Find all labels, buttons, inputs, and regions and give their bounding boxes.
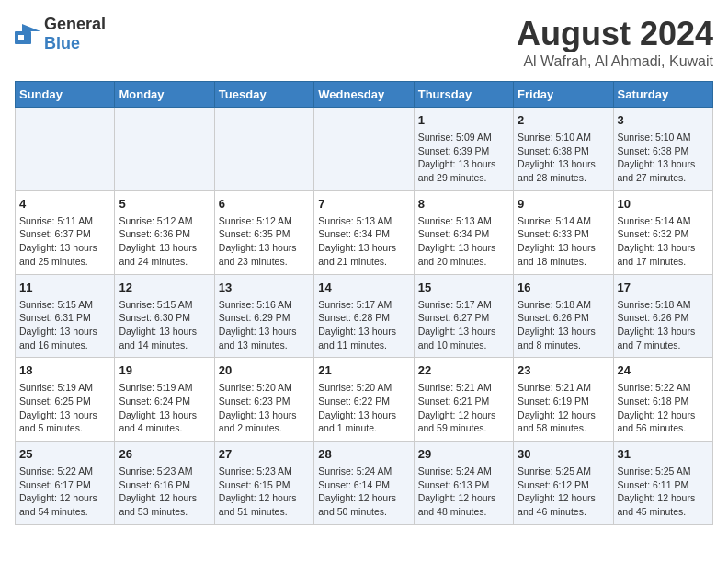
calendar-cell: 30Sunrise: 5:25 AM Sunset: 6:12 PM Dayli… xyxy=(514,442,613,525)
calendar-cell: 14Sunrise: 5:17 AM Sunset: 6:28 PM Dayli… xyxy=(314,274,414,358)
day-number: 25 xyxy=(19,447,110,461)
day-content: Sunrise: 5:19 AM Sunset: 6:24 PM Dayligh… xyxy=(119,381,210,435)
day-header-sunday: Sunday xyxy=(16,82,115,108)
calendar-cell: 27Sunrise: 5:23 AM Sunset: 6:15 PM Dayli… xyxy=(214,442,313,525)
day-content: Sunrise: 5:10 AM Sunset: 6:38 PM Dayligh… xyxy=(618,131,709,185)
day-header-monday: Monday xyxy=(115,82,214,108)
day-number: 19 xyxy=(119,363,210,377)
main-title: August 2024 xyxy=(517,15,713,53)
calendar-cell: 22Sunrise: 5:21 AM Sunset: 6:21 PM Dayli… xyxy=(414,358,513,442)
calendar-cell: 26Sunrise: 5:23 AM Sunset: 6:16 PM Dayli… xyxy=(115,442,214,525)
day-number: 6 xyxy=(219,197,310,211)
calendar-cell: 13Sunrise: 5:16 AM Sunset: 6:29 PM Dayli… xyxy=(214,274,313,358)
calendar-week-4: 18Sunrise: 5:19 AM Sunset: 6:25 PM Dayli… xyxy=(16,358,713,442)
calendar-cell: 18Sunrise: 5:19 AM Sunset: 6:25 PM Dayli… xyxy=(16,358,115,442)
calendar-cell: 10Sunrise: 5:14 AM Sunset: 6:32 PM Dayli… xyxy=(613,190,712,274)
day-content: Sunrise: 5:23 AM Sunset: 6:16 PM Dayligh… xyxy=(119,465,210,519)
day-content: Sunrise: 5:20 AM Sunset: 6:23 PM Dayligh… xyxy=(219,381,310,435)
calendar-cell xyxy=(115,108,214,191)
logo-general: General xyxy=(44,15,106,33)
day-content: Sunrise: 5:17 AM Sunset: 6:27 PM Dayligh… xyxy=(418,298,509,352)
day-content: Sunrise: 5:16 AM Sunset: 6:29 PM Dayligh… xyxy=(219,298,310,352)
calendar-cell: 28Sunrise: 5:24 AM Sunset: 6:14 PM Dayli… xyxy=(314,442,414,525)
calendar-cell: 20Sunrise: 5:20 AM Sunset: 6:23 PM Dayli… xyxy=(214,358,313,442)
calendar-cell: 9Sunrise: 5:14 AM Sunset: 6:33 PM Daylig… xyxy=(514,190,613,274)
day-number: 12 xyxy=(119,281,210,294)
day-number: 7 xyxy=(318,197,409,211)
logo: General Blue xyxy=(15,15,106,53)
logo-icon xyxy=(15,24,40,44)
day-content: Sunrise: 5:14 AM Sunset: 6:32 PM Dayligh… xyxy=(618,214,709,269)
calendar-cell xyxy=(214,108,313,191)
day-content: Sunrise: 5:12 AM Sunset: 6:36 PM Dayligh… xyxy=(119,214,210,269)
calendar-cell: 6Sunrise: 5:12 AM Sunset: 6:35 PM Daylig… xyxy=(214,190,313,274)
calendar-cell: 5Sunrise: 5:12 AM Sunset: 6:36 PM Daylig… xyxy=(115,190,214,274)
day-number: 28 xyxy=(318,447,409,461)
calendar-cell: 11Sunrise: 5:15 AM Sunset: 6:31 PM Dayli… xyxy=(16,274,115,358)
day-content: Sunrise: 5:22 AM Sunset: 6:17 PM Dayligh… xyxy=(19,465,110,519)
calendar-cell: 15Sunrise: 5:17 AM Sunset: 6:27 PM Dayli… xyxy=(414,274,513,358)
logo-blue: Blue xyxy=(44,34,80,52)
day-content: Sunrise: 5:14 AM Sunset: 6:33 PM Dayligh… xyxy=(518,214,609,269)
day-content: Sunrise: 5:19 AM Sunset: 6:25 PM Dayligh… xyxy=(19,381,110,435)
day-content: Sunrise: 5:18 AM Sunset: 6:26 PM Dayligh… xyxy=(618,298,709,352)
day-content: Sunrise: 5:15 AM Sunset: 6:31 PM Dayligh… xyxy=(19,298,110,352)
day-number: 15 xyxy=(418,281,509,294)
day-number: 26 xyxy=(119,447,210,461)
day-header-wednesday: Wednesday xyxy=(314,82,414,108)
day-number: 9 xyxy=(518,197,609,211)
calendar-cell: 12Sunrise: 5:15 AM Sunset: 6:30 PM Dayli… xyxy=(115,274,214,358)
day-content: Sunrise: 5:10 AM Sunset: 6:38 PM Dayligh… xyxy=(518,131,609,185)
calendar-cell: 4Sunrise: 5:11 AM Sunset: 6:37 PM Daylig… xyxy=(16,190,115,274)
day-number: 11 xyxy=(19,281,110,294)
day-number: 3 xyxy=(618,113,709,127)
calendar-cell: 19Sunrise: 5:19 AM Sunset: 6:24 PM Dayli… xyxy=(115,358,214,442)
calendar-week-1: 1Sunrise: 5:09 AM Sunset: 6:39 PM Daylig… xyxy=(16,108,713,191)
calendar-cell: 16Sunrise: 5:18 AM Sunset: 6:26 PM Dayli… xyxy=(514,274,613,358)
day-number: 23 xyxy=(518,363,609,377)
calendar-cell: 8Sunrise: 5:13 AM Sunset: 6:34 PM Daylig… xyxy=(414,190,513,274)
day-content: Sunrise: 5:15 AM Sunset: 6:30 PM Dayligh… xyxy=(119,298,210,352)
day-content: Sunrise: 5:18 AM Sunset: 6:26 PM Dayligh… xyxy=(518,298,609,352)
day-number: 13 xyxy=(219,281,310,294)
calendar-week-5: 25Sunrise: 5:22 AM Sunset: 6:17 PM Dayli… xyxy=(16,442,713,525)
calendar-week-2: 4Sunrise: 5:11 AM Sunset: 6:37 PM Daylig… xyxy=(16,190,713,274)
day-content: Sunrise: 5:23 AM Sunset: 6:15 PM Dayligh… xyxy=(219,465,310,519)
day-content: Sunrise: 5:12 AM Sunset: 6:35 PM Dayligh… xyxy=(219,214,310,269)
day-header-thursday: Thursday xyxy=(414,82,513,108)
calendar-cell: 1Sunrise: 5:09 AM Sunset: 6:39 PM Daylig… xyxy=(414,108,513,191)
day-number: 18 xyxy=(19,363,110,377)
day-number: 30 xyxy=(518,447,609,461)
calendar-cell: 17Sunrise: 5:18 AM Sunset: 6:26 PM Dayli… xyxy=(613,274,712,358)
title-area: August 2024 Al Wafrah, Al Ahmadi, Kuwait xyxy=(517,15,713,70)
day-content: Sunrise: 5:09 AM Sunset: 6:39 PM Dayligh… xyxy=(418,131,509,185)
day-number: 24 xyxy=(618,363,709,377)
svg-marker-1 xyxy=(22,24,40,31)
day-number: 1 xyxy=(418,113,509,127)
day-content: Sunrise: 5:25 AM Sunset: 6:12 PM Dayligh… xyxy=(518,465,609,519)
calendar-table: SundayMondayTuesdayWednesdayThursdayFrid… xyxy=(15,81,713,525)
day-number: 10 xyxy=(618,197,709,211)
header-row: SundayMondayTuesdayWednesdayThursdayFrid… xyxy=(16,82,713,108)
day-number: 27 xyxy=(219,447,310,461)
day-number: 21 xyxy=(318,363,409,377)
day-content: Sunrise: 5:25 AM Sunset: 6:11 PM Dayligh… xyxy=(618,465,709,519)
calendar-cell: 21Sunrise: 5:20 AM Sunset: 6:22 PM Dayli… xyxy=(314,358,414,442)
day-number: 14 xyxy=(318,281,409,294)
day-content: Sunrise: 5:11 AM Sunset: 6:37 PM Dayligh… xyxy=(19,214,110,269)
day-number: 2 xyxy=(518,113,609,127)
day-number: 5 xyxy=(119,197,210,211)
calendar-week-3: 11Sunrise: 5:15 AM Sunset: 6:31 PM Dayli… xyxy=(16,274,713,358)
calendar-cell xyxy=(314,108,414,191)
logo-text: General Blue xyxy=(44,15,106,53)
day-header-friday: Friday xyxy=(514,82,613,108)
header: General Blue August 2024 Al Wafrah, Al A… xyxy=(15,15,713,70)
calendar-cell: 24Sunrise: 5:22 AM Sunset: 6:18 PM Dayli… xyxy=(613,358,712,442)
day-content: Sunrise: 5:13 AM Sunset: 6:34 PM Dayligh… xyxy=(318,214,409,269)
day-content: Sunrise: 5:24 AM Sunset: 6:14 PM Dayligh… xyxy=(318,465,409,519)
calendar-cell: 25Sunrise: 5:22 AM Sunset: 6:17 PM Dayli… xyxy=(16,442,115,525)
day-header-tuesday: Tuesday xyxy=(214,82,313,108)
svg-rect-2 xyxy=(18,35,24,40)
calendar-cell: 31Sunrise: 5:25 AM Sunset: 6:11 PM Dayli… xyxy=(613,442,712,525)
day-content: Sunrise: 5:20 AM Sunset: 6:22 PM Dayligh… xyxy=(318,381,409,435)
